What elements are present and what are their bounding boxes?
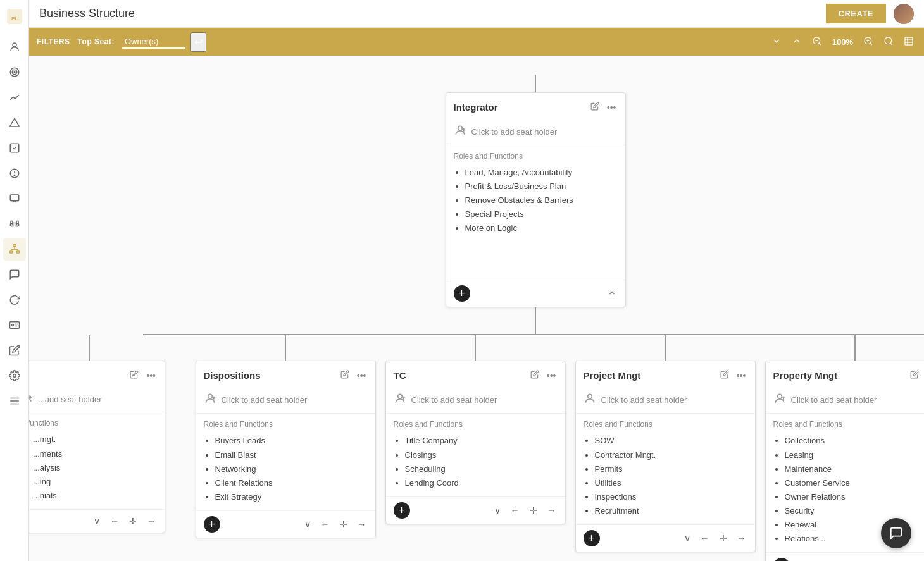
org-chart-icon[interactable] xyxy=(3,238,26,261)
property-seat-text: Click to add seat holder xyxy=(791,395,877,405)
tc-title: TC xyxy=(394,370,406,381)
integrator-collapse-button[interactable] xyxy=(606,287,618,300)
speech-icon[interactable] xyxy=(3,187,26,210)
project-right-btn[interactable]: → xyxy=(736,532,747,545)
tc-move-btn[interactable]: ✛ xyxy=(528,504,539,517)
role-item: ...nials xyxy=(33,489,157,503)
project-down-btn[interactable]: ∨ xyxy=(683,532,692,545)
svg-rect-38 xyxy=(905,37,913,45)
chat-bubble[interactable] xyxy=(881,518,911,548)
role-item: Security xyxy=(785,504,925,518)
role-item: SOW xyxy=(595,434,747,448)
tc-down-btn[interactable]: ∨ xyxy=(493,504,502,517)
dispositions-roles-title: Roles and Functions xyxy=(204,420,368,429)
property-edit-button[interactable] xyxy=(909,369,920,382)
dispositions-add-seat[interactable]: Click to add seat holder xyxy=(196,387,375,414)
filters-label: FILTERS xyxy=(37,37,70,46)
partial-edit-button[interactable] xyxy=(128,369,140,382)
svg-point-36 xyxy=(885,37,892,44)
avatar[interactable] xyxy=(894,4,914,24)
tc-column: TC ••• xyxy=(380,335,570,524)
expand-icon[interactable] xyxy=(769,34,784,51)
undo-button[interactable]: ↩ xyxy=(190,32,206,52)
project-add-child-button[interactable]: + xyxy=(584,530,600,546)
partial-more-button[interactable]: ••• xyxy=(145,369,157,382)
people-icon[interactable] xyxy=(3,35,26,58)
alert-icon[interactable] xyxy=(3,162,26,185)
mountain-icon[interactable] xyxy=(3,111,26,134)
zoom-level: 100% xyxy=(830,37,856,47)
table-icon[interactable] xyxy=(901,34,916,51)
tc-edit-button[interactable] xyxy=(529,369,540,382)
tc-add-seat[interactable]: Click to add seat holder xyxy=(386,387,565,414)
project-left-btn[interactable]: ← xyxy=(699,532,711,545)
binoculars-icon[interactable] xyxy=(3,213,26,235)
settings-icon[interactable] xyxy=(3,364,26,387)
create-button[interactable]: CREATE xyxy=(826,4,886,23)
top-seat-filter[interactable]: Owner(s) CEO Director xyxy=(122,35,185,49)
property-add-child-button[interactable]: + xyxy=(773,558,790,561)
project-card: Project Mngt ••• xyxy=(575,361,756,552)
dispositions-add-child-button[interactable]: + xyxy=(204,516,220,533)
integrator-edit-button[interactable] xyxy=(589,101,601,114)
dispositions-right-btn[interactable]: → xyxy=(356,518,368,531)
chart-icon[interactable] xyxy=(3,86,26,109)
role-item: Maintenance xyxy=(785,462,925,476)
dispositions-more-button[interactable]: ••• xyxy=(356,369,368,382)
partial-vline xyxy=(89,335,90,361)
pencil-icon[interactable] xyxy=(3,339,26,362)
top-seat-select[interactable]: Owner(s) CEO Director xyxy=(122,35,185,49)
zoom-out-icon[interactable] xyxy=(809,34,825,51)
project-more-button[interactable]: ••• xyxy=(735,369,747,382)
tc-roles-list: Title Company Closings Scheduling Lendin… xyxy=(394,434,558,490)
integrator-header: Integrator ••• xyxy=(446,93,625,119)
dispositions-edit-button[interactable] xyxy=(339,369,351,382)
project-add-seat[interactable]: Click to add seat holder xyxy=(576,387,755,414)
search-icon[interactable] xyxy=(881,34,896,51)
canvas[interactable]: Integrator ••• Click to add seat holde xyxy=(29,56,924,561)
integrator-more-button[interactable]: ••• xyxy=(606,101,618,114)
project-roles: Roles and Functions SOW Contractor Mngt.… xyxy=(576,414,755,524)
contact-card-icon[interactable] xyxy=(3,314,26,336)
partial-node-card: ... ••• xyxy=(29,361,165,533)
collapse-icon[interactable] xyxy=(789,34,804,51)
partial-add-seat[interactable]: ...add seat holder xyxy=(29,387,165,412)
property-add-icon xyxy=(773,392,786,408)
svg-text:EL: EL xyxy=(11,16,17,22)
check-icon[interactable] xyxy=(3,137,26,159)
dispositions-footer-actions: ∨ ← ✛ → xyxy=(303,518,368,531)
role-item: Email Blast xyxy=(215,448,368,462)
avatar-image xyxy=(894,4,914,24)
partial-title: ... xyxy=(29,370,30,381)
project-edit-button[interactable] xyxy=(719,369,730,382)
project-move-btn[interactable]: ✛ xyxy=(718,532,728,545)
role-item: Contractor Mngt. xyxy=(595,448,747,462)
hamburger-icon[interactable] xyxy=(3,390,26,412)
sidebar: EL xyxy=(0,0,29,561)
svg-point-22 xyxy=(11,324,13,326)
svg-point-48 xyxy=(208,395,212,399)
partial-move-btn[interactable]: ✛ xyxy=(128,515,138,527)
property-vline xyxy=(854,335,856,361)
integrator-add-child-button[interactable]: + xyxy=(454,285,470,302)
property-header: Property Mngt ••• xyxy=(766,361,925,387)
tc-add-child-button[interactable]: + xyxy=(394,502,410,519)
dispositions-down-btn[interactable]: ∨ xyxy=(303,518,312,531)
tc-left-btn[interactable]: ← xyxy=(509,504,521,517)
partial-right-btn[interactable]: → xyxy=(146,515,157,527)
dispositions-move-btn[interactable]: ✛ xyxy=(339,518,349,531)
dispositions-left-btn[interactable]: ← xyxy=(320,518,331,531)
comments-icon[interactable] xyxy=(3,263,26,286)
partial-down-btn[interactable]: ∨ xyxy=(92,515,101,527)
target-icon[interactable] xyxy=(3,61,26,83)
zoom-in-icon[interactable] xyxy=(861,34,876,51)
partial-left-btn[interactable]: ← xyxy=(109,515,120,527)
svg-point-42 xyxy=(458,126,462,130)
tc-more-button[interactable]: ••• xyxy=(546,369,558,382)
dispositions-card: Dispositions ••• xyxy=(196,361,376,538)
tc-right-btn[interactable]: → xyxy=(546,504,558,517)
property-footer: + ∨ xyxy=(766,552,925,561)
integrator-add-seat[interactable]: Click to add seat holder xyxy=(446,119,625,145)
refresh-icon[interactable] xyxy=(3,288,26,311)
property-add-seat[interactable]: Click to add seat holder xyxy=(766,387,925,414)
